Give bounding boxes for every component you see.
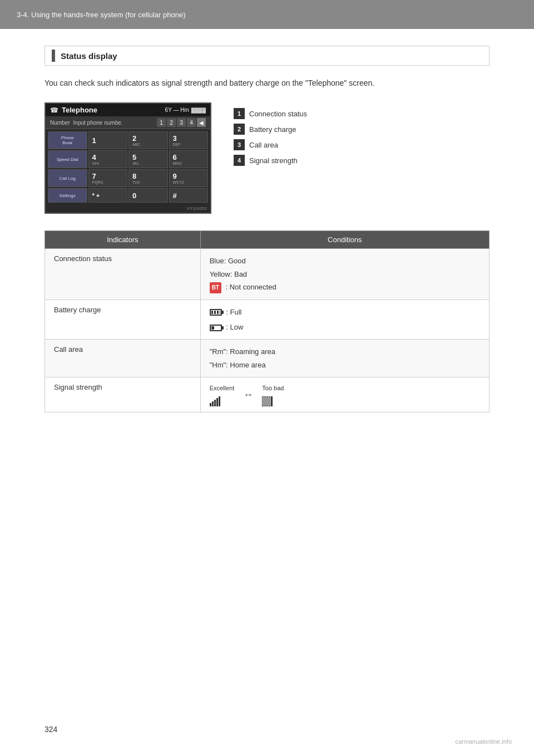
phone-cell-0[interactable]: 0 (128, 188, 168, 203)
indicator-signal: Signal strength (45, 377, 201, 413)
condition-connection-notconnected: BT : Not connected (210, 281, 480, 293)
signal-row: Excellent ↔ Too bad (210, 383, 480, 406)
signal-excellent-area: Excellent (210, 383, 235, 406)
phone-cell-calllog[interactable]: Call Log (48, 169, 87, 187)
phone-screen: ☎ Telephone 6Y — Hm ▓▓▓▓ Number Input ph… (44, 102, 211, 214)
legend-badge-3: 3 (234, 139, 245, 150)
not-connected-text: : Not connected (226, 283, 276, 291)
condition-connection: Blue: Good Yellow: Bad BT : Not connecte… (200, 249, 489, 300)
phone-cell-5[interactable]: 5 JKL (128, 150, 168, 168)
legend-item-3: 3 Call area (234, 139, 307, 150)
battery-full-icon (210, 309, 222, 316)
signal-bar-empty-2 (264, 396, 266, 406)
phone-number-bar: Number Input phone numbe. 1 2 3 4 ◀ (46, 116, 210, 129)
phone-cell-3[interactable]: 3 DEF (169, 131, 209, 149)
input-placeholder: Input phone numbe. (73, 120, 123, 126)
phone-cell-hash[interactable]: # (169, 188, 209, 203)
phone-icon: ☎ (50, 106, 58, 114)
signal-toobad-icon (262, 396, 284, 406)
key-2: 2 (132, 134, 136, 143)
main-content: Status display You can check such indica… (0, 46, 534, 446)
key-4: 4 (92, 153, 96, 161)
signal-bar-4 (216, 398, 218, 406)
calllog-label: Call Log (60, 176, 76, 181)
page-number: 324 (44, 725, 57, 734)
key-7: 7 (92, 172, 96, 180)
number-label: Number (50, 120, 70, 126)
legend-item-1: 1 Connection status (234, 108, 307, 119)
key-1: 1 (92, 136, 96, 145)
num-box-arrow: ◀ (197, 118, 206, 127)
legend-list: 1 Connection status 2 Battery charge 3 C… (234, 102, 307, 166)
phone-cell-2[interactable]: 2 ABC (128, 131, 168, 149)
header-title: 3-4. Using the hands-free system (for ce… (17, 11, 185, 19)
phone-cell-phonebook[interactable]: PhoneBook (48, 131, 87, 149)
key-3-sub: DEF (173, 143, 181, 146)
intro-text: You can check such indicators as signal … (44, 77, 490, 89)
battery-full-text: : Full (226, 308, 241, 316)
condition-battery-full: : Full (210, 306, 480, 318)
battery-low-icon (210, 325, 222, 331)
indicator-battery: Battery charge (45, 300, 201, 340)
key-5-sub: JKL (132, 161, 139, 165)
num-boxes: 1 2 3 4 ◀ (157, 118, 206, 127)
indicator-callarea: Call area (45, 340, 201, 377)
phone-cell-9[interactable]: 9 WXYZ (169, 169, 209, 187)
legend-label-2: Battery charge (249, 125, 296, 134)
phone-cell-4[interactable]: 4 GHI (88, 150, 128, 168)
key-hash: # (173, 192, 177, 200)
num-box-4: 4 (187, 118, 196, 127)
signal-bar-empty-3 (266, 396, 268, 406)
legend-item-2: 2 Battery charge (234, 124, 307, 135)
watermark: carmanualonline.info (455, 738, 512, 745)
key-4-sub: GHI (92, 161, 99, 165)
condition-battery: : Full : Low (200, 300, 489, 340)
key-8: 8 (132, 172, 136, 180)
phone-cell-star[interactable]: * + (88, 188, 128, 203)
signal-bar-empty-5 (271, 396, 273, 406)
table-row-callarea: Call area "Rm": Roaming area "Hm": Home … (45, 340, 490, 377)
settings-label: Settings (60, 193, 76, 198)
signal-bar-5 (219, 396, 220, 406)
section-title: Status display (61, 51, 117, 61)
table-row-signal: Signal strength Excellent (45, 377, 490, 413)
key-6: 6 (173, 153, 177, 161)
num-box-3: 3 (177, 118, 186, 127)
legend-badge-2: 2 (234, 124, 245, 135)
phone-cell-settings[interactable]: Settings (48, 188, 87, 203)
key-9: 9 (173, 172, 177, 180)
table-header-conditions: Conditions (200, 231, 489, 249)
legend-badge-1: 1 (234, 108, 245, 119)
key-2-sub: ABC (132, 143, 140, 146)
signal-bar-3 (214, 400, 216, 406)
phone-cell-1[interactable]: 1 (88, 131, 128, 149)
condition-connection-yellow: Yellow: Bad (210, 268, 480, 281)
legend-label-4: Signal strength (249, 156, 298, 165)
table-row-battery: Battery charge : Full : Low (45, 300, 490, 340)
signal-bar-empty-1 (262, 396, 264, 406)
key-3: 3 (173, 134, 177, 143)
key-9-sub: WXYZ (173, 180, 184, 184)
condition-callarea-rm: "Rm": Roaming area (210, 345, 480, 358)
phonebook-label: PhoneBook (61, 135, 74, 145)
bt-not-connected-icon: BT (210, 282, 221, 293)
signal-toobad-label: Too bad (262, 383, 284, 394)
phone-signal-icon: ▓▓▓▓ (191, 107, 206, 113)
phone-cell-7[interactable]: 7 PQRS (88, 169, 128, 187)
battery-low-text: : Low (226, 323, 243, 331)
signal-bar-empty-4 (269, 396, 270, 406)
condition-callarea-hm: "Hm": Home area (210, 359, 480, 371)
signal-bar-1 (210, 403, 211, 406)
diagram-area: ☎ Telephone 6Y — Hm ▓▓▓▓ Number Input ph… (44, 102, 490, 214)
legend-label-1: Connection status (249, 110, 307, 118)
phone-title-text: Telephone (62, 106, 97, 114)
phone-cell-6[interactable]: 6 MNO (169, 150, 209, 168)
phone-cell-speeddial[interactable]: Speed Dial (48, 150, 87, 168)
condition-callarea: "Rm": Roaming area "Hm": Home area (200, 340, 489, 377)
legend-label-3: Call area (249, 141, 278, 149)
indicator-connection: Connection status (45, 249, 201, 300)
table-row-connection: Connection status Blue: Good Yellow: Bad… (45, 249, 490, 300)
phone-image-code: VY1GG52 (46, 205, 210, 212)
section-title-box: Status display (44, 46, 490, 66)
phone-cell-8[interactable]: 8 TUV (128, 169, 168, 187)
